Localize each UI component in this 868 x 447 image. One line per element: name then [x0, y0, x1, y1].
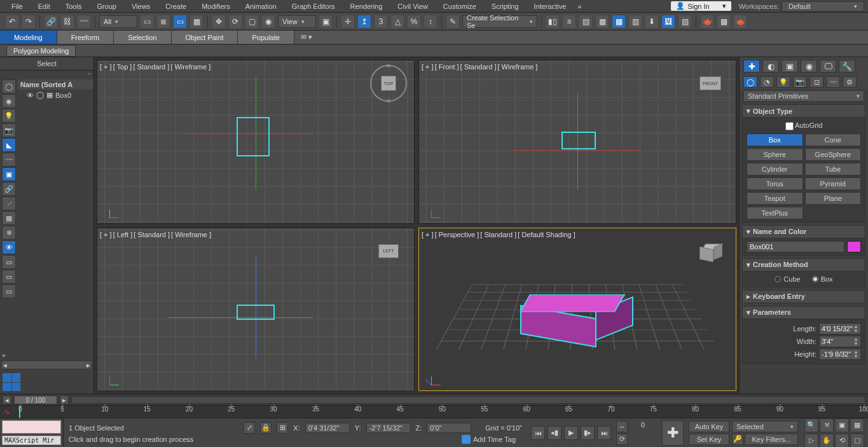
menu-rendering[interactable]: Rendering: [343, 0, 390, 13]
geometry-subtab[interactable]: ◯: [743, 76, 757, 88]
scene-explorer-item[interactable]: 👁 ◯ ▦ Box0: [18, 90, 93, 100]
z-coord-input[interactable]: 0'0": [427, 423, 471, 433]
filter-lights-icon[interactable]: 💡: [2, 109, 16, 123]
menu-overflow[interactable]: »: [574, 3, 585, 10]
lights-subtab[interactable]: 💡: [776, 76, 790, 88]
zoom-all-button[interactable]: ⤧: [820, 418, 834, 432]
menu-scripting[interactable]: Scripting: [484, 0, 527, 13]
viewport-label[interactable]: [ + ][ Perspective ][ Standard ][ Defaul…: [422, 231, 577, 238]
viewport-front[interactable]: [ + ][ Front ][ Standard ][ Wireframe ] …: [418, 60, 736, 224]
filter-spacewarps-icon[interactable]: 〰: [2, 153, 16, 167]
key-filters-selection-dropdown[interactable]: Selected▾: [732, 421, 798, 432]
render-activeshade-button[interactable]: 🫖: [733, 15, 747, 29]
filter-groups-icon[interactable]: ▣: [2, 167, 16, 181]
current-frame-input[interactable]: 0: [629, 421, 657, 432]
viewport-left[interactable]: [ + ][ Left ][ Standard ][ Wireframe ] L…: [97, 228, 415, 392]
primitive-pyramid-button[interactable]: Pyramid: [805, 177, 862, 190]
next-frame-button[interactable]: ▮▸: [581, 426, 595, 440]
menu-group[interactable]: Group: [89, 0, 124, 13]
ribbon-tab-selection[interactable]: Selection: [114, 31, 171, 44]
toggle-ribbon-button[interactable]: ▦: [595, 15, 609, 29]
time-slider[interactable]: ◂ 0 / 100 ▸: [0, 394, 868, 405]
viewcube-front[interactable]: FRONT: [691, 64, 729, 102]
create-tab[interactable]: ✚: [743, 60, 760, 72]
move-button[interactable]: ✥: [212, 15, 226, 29]
manipulate-button[interactable]: ✛: [341, 15, 355, 29]
edit-named-sel-button[interactable]: ✎: [446, 15, 460, 29]
hierarchy-tab[interactable]: ▣: [782, 60, 798, 72]
orbit-button[interactable]: ⟲: [835, 434, 849, 448]
curve-editor-button[interactable]: ▩: [612, 15, 626, 29]
length-spinner[interactable]: 4'0 15/32"▲▼: [819, 323, 861, 334]
time-slider-track[interactable]: [71, 396, 865, 404]
isolate-toggle[interactable]: 🔒: [260, 422, 272, 434]
primitive-teapot-button[interactable]: Teapot: [747, 192, 803, 205]
cameras-subtab[interactable]: 📷: [793, 76, 807, 88]
primitive-torus-button[interactable]: Torus: [747, 177, 803, 190]
menu-civilview[interactable]: Civil View: [390, 0, 435, 13]
ribbon-tab-populate[interactable]: Populate: [238, 31, 294, 44]
unlink-button[interactable]: ⛓: [60, 15, 74, 29]
angle-snap-button[interactable]: △: [390, 15, 404, 29]
perspective-box-object[interactable]: [530, 294, 625, 344]
menu-views[interactable]: Views: [124, 0, 158, 13]
align-button[interactable]: ≡: [562, 15, 576, 29]
autogrid-checkbox[interactable]: AutoGrid: [785, 121, 823, 129]
viewport-label[interactable]: [ + ][ Top ][ Standard ][ Wireframe ]: [100, 63, 212, 71]
freeze-icon[interactable]: ◯: [36, 91, 44, 99]
render-frame-button[interactable]: ▧: [678, 15, 692, 29]
creation-box-radio[interactable]: Box: [812, 275, 833, 283]
mirror-button[interactable]: ▮▯: [546, 15, 560, 29]
viewcube-perspective[interactable]: [691, 232, 729, 270]
viewport-layout-button[interactable]: [3, 373, 20, 391]
select-object-button[interactable]: ▭: [140, 15, 154, 29]
object-color-swatch[interactable]: [847, 241, 861, 252]
key-filters-icon[interactable]: 🔑: [732, 434, 743, 445]
creation-cube-radio[interactable]: Cube: [775, 275, 800, 283]
undo-button[interactable]: ↶: [5, 15, 19, 29]
menu-modifiers[interactable]: Modifiers: [194, 0, 238, 13]
time-config-button[interactable]: ⟳: [616, 434, 628, 445]
autokey-button[interactable]: Auto Key: [689, 421, 729, 432]
spacewarps-subtab[interactable]: 〰: [826, 76, 840, 88]
viewcube-left[interactable]: LEFT: [369, 232, 408, 270]
motion-tab[interactable]: ◉: [801, 60, 817, 72]
selection-filter-dropdown[interactable]: All▾: [99, 15, 137, 28]
ribbon-tab-freeform[interactable]: Freeform: [57, 31, 114, 44]
window-crossing-button[interactable]: ▦: [189, 15, 203, 29]
filter-hidden-icon[interactable]: 👁: [2, 240, 16, 254]
signin-button[interactable]: 👤 Sign In ▾: [671, 1, 731, 11]
viewport-label[interactable]: [ + ][ Front ][ Standard ][ Wireframe ]: [422, 63, 539, 71]
scale-button[interactable]: ▢: [245, 15, 259, 29]
ribbon-panel-polygon-modeling[interactable]: Polygon Modeling: [6, 45, 76, 57]
filter-c-icon[interactable]: ▭: [2, 284, 16, 298]
zoom-button[interactable]: 🔍: [804, 418, 818, 432]
rollout-object-type[interactable]: ▾Object Type: [742, 104, 865, 118]
bind-spacewarp-button[interactable]: 〰: [77, 15, 91, 29]
render-setup-button[interactable]: 🖼: [661, 15, 675, 29]
maximize-viewport-button[interactable]: ▢: [850, 434, 864, 448]
eye-icon[interactable]: 👁: [27, 92, 34, 99]
snap-toggle-button[interactable]: 3: [374, 15, 388, 29]
filter-container-icon[interactable]: ▦: [2, 211, 16, 225]
object-name-input[interactable]: Box001: [747, 241, 844, 252]
setkey-button[interactable]: Set Key: [689, 434, 729, 445]
utilities-tab[interactable]: 🔧: [839, 60, 855, 72]
collapse-handle[interactable]: »: [0, 71, 93, 77]
ribbon-mail-icon[interactable]: ✉ ▾: [301, 31, 312, 44]
primitive-plane-button[interactable]: Plane: [805, 192, 862, 205]
redo-button[interactable]: ↷: [22, 15, 36, 29]
track-bar-ruler[interactable]: 0510152025303540455055606570758085909510…: [19, 406, 864, 418]
select-by-name-button[interactable]: ≣: [156, 15, 170, 29]
ribbon-tab-objectpaint[interactable]: Object Paint: [172, 31, 238, 44]
play-button[interactable]: ▶: [564, 426, 578, 440]
primitive-box-button[interactable]: Box: [747, 134, 803, 146]
scene-explorer-expand[interactable]: ▸: [0, 350, 93, 361]
rollout-name-color[interactable]: ▾Name and Color: [742, 225, 865, 238]
filter-cameras-icon[interactable]: 📷: [2, 123, 16, 137]
named-selection-dropdown[interactable]: Create Selection Se▾: [462, 15, 537, 28]
rollout-parameters[interactable]: ▾Parameters: [742, 306, 865, 319]
rollout-keyboard-entry[interactable]: ▸Keyboard Entry: [742, 290, 865, 303]
viewport-top[interactable]: [ + ][ Top ][ Standard ][ Wireframe ] NS…: [97, 60, 415, 224]
maxscript-input[interactable]: MAXScript Mir: [2, 436, 61, 445]
